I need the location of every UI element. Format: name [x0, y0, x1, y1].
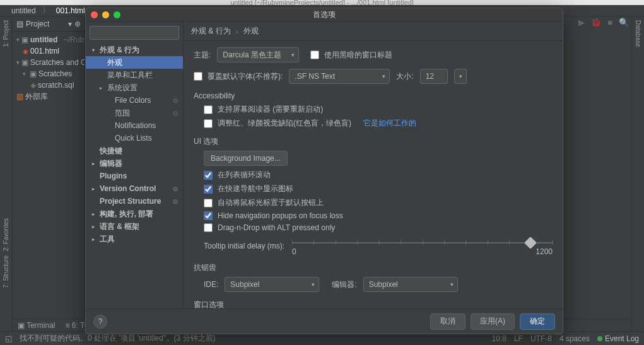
settings-tree-item[interactable]: ▸构建, 执行, 部署 [86, 208, 183, 220]
status-encoding[interactable]: UTF-8 [530, 334, 552, 343]
dialog-title: 首选项 [313, 9, 336, 20]
theme-combo[interactable]: Darcula 黑色主题 [217, 47, 299, 62]
settings-search[interactable] [90, 26, 179, 40]
status-line-ending[interactable]: LF [514, 334, 523, 343]
settings-tree-item[interactable]: ▸语言 & 框架 [86, 220, 183, 233]
chevron-right-icon: ▸ [92, 186, 97, 192]
settings-tree-item[interactable]: 范围⊙ [86, 107, 183, 119]
chevron-down-icon: ▾ [16, 37, 20, 43]
tool-project[interactable]: 1: Project [3, 20, 9, 47]
tree-label: scratch.sql [38, 81, 74, 90]
minimize-icon[interactable] [102, 11, 109, 18]
aa-editor-label: 编辑器: [332, 279, 356, 290]
ok-button[interactable]: 确定 [520, 313, 555, 330]
settings-tree-label: Quick Lists [115, 134, 152, 143]
settings-tree-item[interactable]: ▸Version Control⊙ [86, 182, 183, 195]
aa-ide-combo[interactable]: Subpixel [225, 277, 319, 292]
settings-tree-item[interactable]: Notifications [86, 119, 183, 132]
status-indent[interactable]: 4 spaces [559, 334, 590, 343]
color-deficiency-link[interactable]: 它是如何工作的 [363, 118, 416, 129]
cyclic-scroll-checkbox[interactable] [204, 171, 213, 180]
tooltip-delay-slider[interactable]: 01200 [292, 237, 553, 255]
search-icon[interactable]: 🔍 [619, 18, 629, 27]
scope-mark-icon: ⊙ [173, 97, 178, 104]
dialog-footer: ? 取消 应用(A) 确定 [86, 308, 563, 334]
settings-tree-item[interactable]: 外观 [86, 56, 183, 69]
show-icons-checkbox[interactable] [204, 185, 213, 194]
help-button[interactable]: ? [93, 315, 107, 329]
drag-drop-alt-checkbox[interactable] [204, 223, 213, 232]
folder-icon: ▤ [16, 20, 23, 28]
zoom-icon[interactable] [114, 11, 120, 18]
settings-tree-item[interactable]: ▸系统设置 [86, 81, 183, 94]
status-indicator-icon[interactable]: ◱ [5, 334, 12, 343]
tool-favorites[interactable]: 2: Favorites [3, 218, 9, 251]
tree-label: untitled [30, 35, 57, 44]
tree-label: 001.html [30, 47, 59, 56]
settings-tree-item[interactable]: ▸编辑器 [86, 157, 183, 170]
search-input[interactable] [94, 28, 189, 37]
tree-external[interactable]: ▥ 外部库 [13, 91, 85, 102]
target-icon[interactable]: ⊕ [74, 20, 81, 28]
settings-tree-item[interactable]: 菜单和工具栏 [86, 69, 183, 81]
chevron-right-icon: › [236, 27, 238, 36]
chevron-down-icon[interactable]: ▾ [68, 20, 72, 28]
override-font-checkbox[interactable] [194, 72, 202, 81]
event-log-button[interactable]: Event Log [597, 334, 639, 343]
background-image-button[interactable]: Background Image... [204, 151, 288, 166]
dark-title-checkbox[interactable] [310, 50, 319, 59]
debug-icon[interactable]: 🐞 [591, 18, 601, 27]
left-tool-strip: 1: Project 2: Favorites 7: Structure [0, 16, 13, 331]
tree-scratch-file[interactable]: ◈ scratch.sql [13, 79, 85, 91]
cyclic-scroll-label: 在列表循环滚动 [218, 170, 271, 180]
font-combo[interactable]: .SF NS Text [289, 69, 390, 84]
tree-scratches[interactable]: ▾ ▣ Scratches and Conso [13, 57, 85, 68]
breadcrumb-b: 外观 [243, 26, 259, 37]
chevron-down-icon: ▾ [92, 47, 97, 53]
library-icon: ▥ [16, 92, 23, 101]
screen-reader-checkbox[interactable] [204, 105, 213, 114]
tool-database[interactable]: Database [635, 20, 641, 47]
chevron-right-icon: 〉 [42, 5, 50, 16]
breadcrumb-project[interactable]: untitled [5, 6, 42, 15]
override-font-label: 覆盖默认字体(不推荐): [208, 71, 283, 82]
close-icon[interactable] [91, 11, 98, 18]
settings-tree-item[interactable]: 快捷键 [86, 144, 183, 157]
tree-root[interactable]: ▾ ▣ untitled ~/Rubymin [13, 34, 85, 45]
settings-scroll[interactable]: 主题: Darcula 黑色主题 使用黑暗的窗口标题 覆盖默认字体(不推荐): … [184, 41, 563, 308]
folder-icon: ▣ [21, 35, 28, 44]
status-position[interactable]: 10:8 [492, 334, 506, 343]
tool-terminal[interactable]: ▣ Terminal [18, 321, 55, 330]
project-header-label: Project [26, 20, 49, 28]
auto-position-checkbox[interactable] [204, 199, 213, 208]
status-message: 找不到可疑的代码。0 处理在 '项目 'untitled''。(3 分钟之前) [20, 333, 216, 344]
section-window: 窗口选项 [194, 300, 553, 308]
tool-structure[interactable]: 7: Structure [3, 255, 9, 288]
tree-scratches-sub[interactable]: ▾ ▣ Scratches [13, 68, 85, 79]
size-label: 大小: [396, 71, 413, 82]
preferences-dialog: 首选项 ▾外观 & 行为外观菜单和工具栏▸系统设置File Colors⊙范围⊙… [85, 8, 563, 334]
settings-tree-label: Version Control [100, 184, 156, 193]
tree-label: Scratches and Conso [30, 58, 85, 67]
settings-tree-item[interactable]: ▾外观 & 行为 [86, 44, 183, 56]
dialog-titlebar[interactable]: 首选项 [86, 8, 563, 22]
run-icon[interactable]: ▶ [578, 18, 585, 27]
settings-tree-item[interactable]: File Colors⊙ [86, 94, 183, 107]
project-header[interactable]: ▤ Project ▾ ⊕ [13, 16, 85, 32]
aa-ide-label: IDE: [204, 280, 218, 289]
size-field[interactable] [420, 69, 448, 84]
hide-nav-popup-checkbox[interactable] [204, 211, 213, 220]
apply-button[interactable]: 应用(A) [471, 313, 515, 330]
tree-file[interactable]: ◉ 001.html [13, 45, 85, 57]
settings-tree-item[interactable]: Quick Lists [86, 132, 183, 144]
cancel-button[interactable]: 取消 [430, 313, 465, 330]
folder-icon: ▣ [21, 58, 28, 67]
settings-tree-item[interactable]: Project Structure⊙ [86, 195, 183, 208]
color-deficiency-checkbox[interactable] [204, 119, 213, 128]
settings-tree-item[interactable]: ▸工具 [86, 233, 183, 245]
stop-icon[interactable]: ■ [607, 18, 612, 27]
aa-editor-combo[interactable]: Subpixel [363, 277, 458, 292]
size-stepper[interactable] [454, 69, 467, 84]
settings-tree-item[interactable]: Plugins [86, 170, 183, 182]
breadcrumb-a[interactable]: 外观 & 行为 [191, 26, 231, 37]
